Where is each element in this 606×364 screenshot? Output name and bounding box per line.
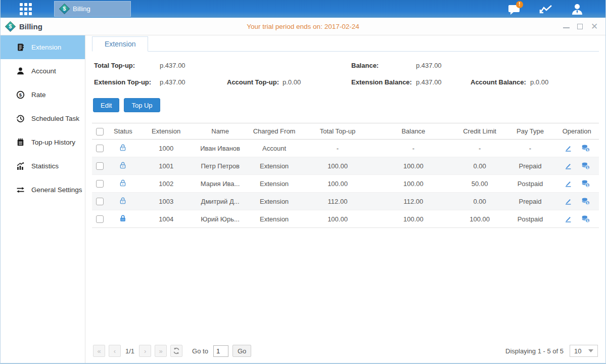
cell-extension: 1004 [138,210,194,228]
cell-balance: 100.00 [373,157,454,175]
sidebar-item-statistics[interactable]: Statistics [1,154,85,178]
prev-page-button[interactable]: ‹ [109,345,121,357]
locked-icon [119,214,127,222]
reports-chart-icon[interactable] [539,3,553,15]
cell-extension: 1000 [138,140,194,157]
apps-grid-icon[interactable] [20,3,32,15]
cell-charged-from: Extension [246,210,302,228]
edit-icon[interactable] [564,197,572,205]
go-button[interactable]: Go [232,345,251,357]
user-account-icon[interactable] [570,3,584,15]
edit-icon[interactable] [564,215,572,223]
cell-charged-from: Extension [246,157,302,175]
titlebar: $ Billing Your trial period ends on: 201… [1,18,605,35]
cell-total-topup: 112.00 [302,193,373,210]
sidebar-item-topup-history[interactable]: Top-up History [1,130,85,154]
sidebar-item-label: General Settings [31,186,82,194]
refresh-icon[interactable] [170,345,182,357]
row-checkbox[interactable] [96,145,104,152]
maximize-icon[interactable] [577,24,583,29]
cell-balance: 112.00 [373,193,454,210]
table-row[interactable]: 1004 Юрий Юрь... Extension 100.00 100.00… [92,210,599,228]
notifications-chat-icon[interactable]: ! [507,3,522,15]
topup-history-icon [16,138,25,147]
goto-page-input[interactable] [213,345,228,357]
sidebar-item-label: Statistics [31,162,59,170]
edit-icon[interactable] [564,179,572,188]
cell-extension: 1002 [138,175,194,193]
page-indicator: 1/1 [125,347,134,355]
next-page-button[interactable]: › [139,345,151,357]
topbar-tab-billing[interactable]: $ Billing [54,1,131,17]
table-row[interactable]: 1000 Иван Иванов Account - - - - $ [92,140,599,157]
sidebar-item-extension[interactable]: Extension [1,35,85,59]
unlocked-icon [119,179,127,187]
cell-extension: 1001 [138,157,194,175]
col-status: Status [108,123,138,140]
cell-credit-limit: 100.00 [454,210,506,228]
cell-credit-limit: 50.00 [454,175,506,193]
row-checkbox[interactable] [96,180,104,188]
status-cell [108,175,138,193]
cell-name: Юрий Юрь... [194,210,246,228]
cell-charged-from: Extension [246,193,302,210]
sidebar-item-general-settings[interactable]: General Settings [1,178,85,202]
topbar-tab-label: Billing [73,5,90,13]
page-size-select[interactable]: 10 [570,345,598,357]
sidebar-item-scheduled-task[interactable]: Scheduled Task [1,107,85,130]
sidebar-item-label: Top-up History [31,139,75,146]
col-extension: Extension [138,123,194,140]
general-settings-icon [16,186,25,194]
cell-name: Петр Петров [194,157,246,175]
row-checkbox[interactable] [96,162,104,170]
cell-pay-type: Postpaid [505,175,554,193]
first-page-button[interactable]: « [93,345,105,357]
extension-icon [16,43,25,52]
cell-pay-type: Prepaid [505,157,554,175]
cell-charged-from: Account [246,140,302,157]
edit-icon[interactable] [564,162,572,170]
sidebar-item-rate[interactable]: $ Rate [1,83,85,107]
sidebar: Extension Account $ Rate [1,35,85,363]
top-up-icon[interactable]: $ [581,215,590,223]
svg-text:$: $ [587,148,589,152]
billing-app-window: $ Billing ! [0,0,606,364]
col-balance: Balance [373,123,454,140]
summary-extension-topup: Extension Top-up:p.437.00 [94,78,227,86]
account-icon [16,67,25,75]
unlocked-icon [119,197,127,205]
summary-account-topup: Account Top-up:p.0.00 [227,78,351,86]
top-up-icon[interactable]: $ [581,162,590,170]
tab-extension[interactable]: Extension [92,36,148,52]
row-checkbox[interactable] [96,198,104,205]
statistics-icon [16,162,25,170]
table-row[interactable]: 1002 Мария Ива... Extension 100.00 100.0… [92,175,599,193]
summary-extension-balance: Extension Balance:p.437.00 [351,78,471,86]
top-up-icon[interactable]: $ [581,144,590,152]
cell-extension: 1003 [138,193,194,210]
status-cell [108,157,138,175]
cell-credit-limit: - [454,140,506,157]
sidebar-item-account[interactable]: Account [1,59,85,83]
close-icon[interactable]: ✕ [590,22,598,30]
top-up-icon[interactable]: $ [581,179,590,188]
row-checkbox[interactable] [96,215,104,223]
tab-strip: Extension [92,36,599,52]
edit-button[interactable]: Edit [93,98,119,112]
summary-balance: Balance:p.437.00 [351,62,471,69]
edit-icon[interactable] [564,144,572,152]
scheduled-task-icon [16,114,25,123]
cell-balance: 100.00 [373,210,454,228]
svg-text:$: $ [587,201,589,205]
select-all-checkbox[interactable] [96,128,104,135]
summary-total-topup: Total Top-up:p.437.00 [94,62,227,69]
billing-diamond-icon: $ [59,4,70,14]
last-page-button[interactable]: » [155,345,167,357]
main-panel: Extension Total Top-up:p.437.00 Balance:… [85,35,605,363]
extensions-table: Status Extension Name Charged From Total… [92,123,599,228]
table-row[interactable]: 1003 Дмитрий Д... Extension 112.00 112.0… [92,193,599,210]
top-up-icon[interactable]: $ [581,197,590,205]
minimize-icon[interactable] [563,27,570,28]
table-row[interactable]: 1001 Петр Петров Extension 100.00 100.00… [92,157,599,175]
top-up-button[interactable]: Top Up [124,98,160,112]
